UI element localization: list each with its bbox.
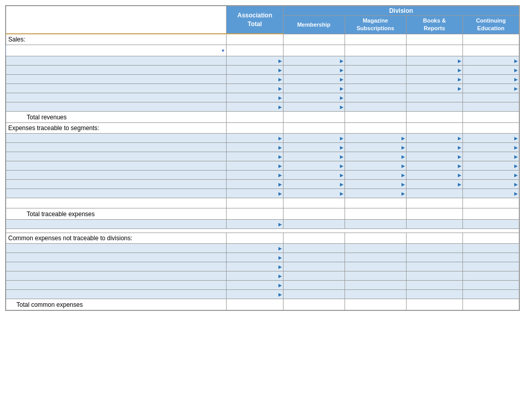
- common-row3-books[interactable]: [406, 262, 462, 271]
- exp-row4-assoc[interactable]: [227, 161, 283, 171]
- dotted-continuing[interactable]: [462, 45, 519, 56]
- exp-row-8[interactable]: [6, 198, 519, 208]
- exp-row4-magazine[interactable]: [345, 161, 406, 171]
- common-row5-books[interactable]: [406, 281, 462, 290]
- after-traceable-membership[interactable]: [283, 220, 345, 229]
- after-traceable-assoc[interactable]: [227, 220, 283, 229]
- common-row4-assoc[interactable]: [227, 271, 283, 281]
- exp-row8-membership[interactable]: [283, 198, 345, 208]
- after-traceable-magazine[interactable]: [345, 220, 406, 229]
- common-row5-assoc[interactable]: [227, 281, 283, 290]
- common-row1-continuing[interactable]: [462, 244, 519, 253]
- row4-membership[interactable]: [283, 84, 345, 93]
- exp-row8-assoc[interactable]: [227, 198, 283, 208]
- exp-row-7[interactable]: [6, 189, 519, 198]
- dotted-books[interactable]: [406, 45, 462, 56]
- row5-magazine[interactable]: [345, 93, 406, 102]
- row5-assoc[interactable]: [227, 93, 283, 102]
- common-row-1[interactable]: [6, 244, 519, 253]
- row3-continuing[interactable]: [462, 75, 519, 84]
- dotted-assoc[interactable]: [227, 45, 283, 56]
- exp-row7-magazine[interactable]: [345, 189, 406, 198]
- exp-row7-membership[interactable]: [283, 189, 345, 198]
- common-row3-assoc[interactable]: [227, 262, 283, 271]
- row4-continuing[interactable]: [462, 84, 519, 93]
- exp-row6-magazine[interactable]: [345, 180, 406, 189]
- exp-row2-books[interactable]: [406, 143, 462, 152]
- exp-row1-assoc[interactable]: [227, 134, 283, 143]
- exp-row5-membership[interactable]: [283, 171, 345, 180]
- row1-books[interactable]: [406, 56, 462, 66]
- common-row6-membership[interactable]: [283, 290, 345, 299]
- common-row1-books[interactable]: [406, 244, 462, 253]
- exp-row3-books[interactable]: [406, 152, 462, 161]
- common-row1-magazine[interactable]: [345, 244, 406, 253]
- common-row4-magazine[interactable]: [345, 271, 406, 281]
- common-row6-continuing[interactable]: [462, 290, 519, 299]
- row6-assoc[interactable]: [227, 102, 283, 112]
- common-row-2[interactable]: [6, 253, 519, 262]
- after-traceable-row[interactable]: [6, 220, 519, 229]
- row4-magazine[interactable]: [345, 84, 406, 93]
- sales-input-cell[interactable]: [6, 45, 227, 56]
- exp-row-3[interactable]: [6, 152, 519, 161]
- row6-magazine[interactable]: [345, 102, 406, 112]
- exp-row7-books[interactable]: [406, 189, 462, 198]
- sales-data-row-2[interactable]: [6, 66, 519, 75]
- common-row4-continuing[interactable]: [462, 271, 519, 281]
- row2-assoc[interactable]: [227, 66, 283, 75]
- exp-row6-membership[interactable]: [283, 180, 345, 189]
- sales-data-row-1[interactable]: [6, 56, 519, 66]
- exp-row2-magazine[interactable]: [345, 143, 406, 152]
- row6-books[interactable]: [406, 102, 462, 112]
- dotted-input-row[interactable]: [6, 45, 519, 56]
- exp-row-2[interactable]: [6, 143, 519, 152]
- common-row6-books[interactable]: [406, 290, 462, 299]
- row1-assoc[interactable]: [227, 56, 283, 66]
- common-row2-books[interactable]: [406, 253, 462, 262]
- exp-row3-magazine[interactable]: [345, 152, 406, 161]
- row5-continuing[interactable]: [462, 93, 519, 102]
- common-row-4[interactable]: [6, 271, 519, 281]
- exp-row3-assoc[interactable]: [227, 152, 283, 161]
- after-traceable-books[interactable]: [406, 220, 462, 229]
- row2-membership[interactable]: [283, 66, 345, 75]
- exp-row1-magazine[interactable]: [345, 134, 406, 143]
- common-row3-membership[interactable]: [283, 262, 345, 271]
- common-row3-continuing[interactable]: [462, 262, 519, 271]
- common-row1-membership[interactable]: [283, 244, 345, 253]
- exp-row4-books[interactable]: [406, 161, 462, 171]
- row3-assoc[interactable]: [227, 75, 283, 84]
- exp-row2-assoc[interactable]: [227, 143, 283, 152]
- common-row1-assoc[interactable]: [227, 244, 283, 253]
- exp-row6-assoc[interactable]: [227, 180, 283, 189]
- exp-row5-magazine[interactable]: [345, 171, 406, 180]
- exp-row5-books[interactable]: [406, 171, 462, 180]
- exp-row3-continuing[interactable]: [462, 152, 519, 161]
- row2-continuing[interactable]: [462, 66, 519, 75]
- row4-assoc[interactable]: [227, 84, 283, 93]
- row6-continuing[interactable]: [462, 102, 519, 112]
- common-row-5[interactable]: [6, 281, 519, 290]
- row5-books[interactable]: [406, 93, 462, 102]
- exp-row8-continuing[interactable]: [462, 198, 519, 208]
- sales-data-row-5[interactable]: [6, 93, 519, 102]
- exp-row7-continuing[interactable]: [462, 189, 519, 198]
- common-row2-magazine[interactable]: [345, 253, 406, 262]
- exp-row-5[interactable]: [6, 171, 519, 180]
- common-row5-magazine[interactable]: [345, 281, 406, 290]
- common-row6-assoc[interactable]: [227, 290, 283, 299]
- common-row6-magazine[interactable]: [345, 290, 406, 299]
- exp-row2-membership[interactable]: [283, 143, 345, 152]
- common-row-3[interactable]: [6, 262, 519, 271]
- common-row4-books[interactable]: [406, 271, 462, 281]
- exp-row6-books[interactable]: [406, 180, 462, 189]
- exp-row8-magazine[interactable]: [345, 198, 406, 208]
- exp-row3-membership[interactable]: [283, 152, 345, 161]
- common-row5-membership[interactable]: [283, 281, 345, 290]
- after-traceable-continuing[interactable]: [462, 220, 519, 229]
- common-row2-membership[interactable]: [283, 253, 345, 262]
- common-row5-continuing[interactable]: [462, 281, 519, 290]
- sales-data-row-3[interactable]: [6, 75, 519, 84]
- exp-row1-continuing[interactable]: [462, 134, 519, 143]
